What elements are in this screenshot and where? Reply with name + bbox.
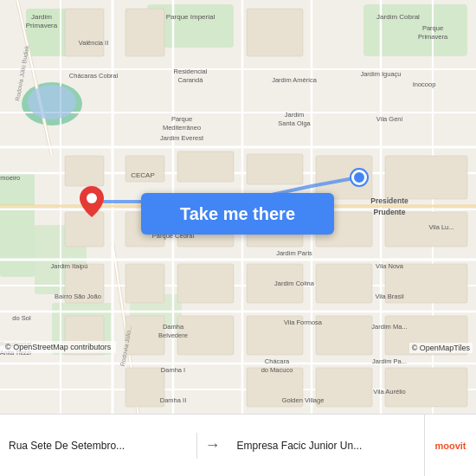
svg-text:Jardim Pa...: Jardim Pa... xyxy=(372,357,407,365)
svg-rect-41 xyxy=(385,212,467,247)
svg-rect-45 xyxy=(316,264,372,303)
moovit-logo: moovit xyxy=(424,415,476,476)
svg-text:Primavera: Primavera xyxy=(26,22,58,29)
arrow-icon: → xyxy=(197,436,228,454)
route-to-value: Empresa Facic Junior Un... xyxy=(237,440,416,452)
svg-rect-56 xyxy=(125,368,164,407)
svg-text:Damha I: Damha I xyxy=(161,366,185,374)
svg-text:Vila Geni: Vila Geni xyxy=(376,115,403,123)
svg-rect-3 xyxy=(363,4,467,56)
svg-text:Presidente: Presidente xyxy=(370,196,408,205)
svg-text:Residencial: Residencial xyxy=(174,68,208,75)
svg-text:Jardim: Jardim xyxy=(285,111,305,119)
svg-text:Jardim Itaipú: Jardim Itaipú xyxy=(51,262,88,270)
moovit-brand-text: moovit xyxy=(434,441,466,451)
svg-rect-34 xyxy=(247,154,303,184)
svg-text:Parque Imperial: Parque Imperial xyxy=(166,13,215,21)
svg-rect-58 xyxy=(316,368,372,407)
svg-text:Golden Village: Golden Village xyxy=(282,396,325,404)
svg-text:Jardim Ma...: Jardim Ma... xyxy=(371,323,407,331)
svg-point-110 xyxy=(28,85,76,119)
svg-text:Damha: Damha xyxy=(163,323,184,331)
svg-text:Jardim Iguaçu: Jardim Iguaçu xyxy=(360,70,401,78)
route-to: Empresa Facic Junior Un... xyxy=(228,433,425,459)
blue-dot-marker xyxy=(351,170,367,185)
svg-rect-42 xyxy=(125,264,164,303)
svg-text:Vila Formosa: Vila Formosa xyxy=(284,318,323,326)
svg-text:Mediterrâneo: Mediterrâneo xyxy=(163,124,201,132)
svg-text:Jardim América: Jardim América xyxy=(272,76,318,84)
svg-rect-43 xyxy=(177,264,234,303)
osm-attribution: © OpenStreetMap contributors xyxy=(0,341,116,353)
svg-rect-60 xyxy=(65,9,104,56)
bottom-bar: Rua Sete De Setembro... → Empresa Facic … xyxy=(0,414,476,476)
svg-text:Primavera: Primavera xyxy=(418,33,448,41)
svg-text:Vila Nova: Vila Nova xyxy=(376,262,404,270)
route-from: Rua Sete De Setembro... xyxy=(0,433,197,459)
red-pin-marker xyxy=(80,186,104,217)
omt-attribution: © OpenMapTiles xyxy=(409,343,473,353)
svg-text:Chácara: Chácara xyxy=(265,357,290,365)
route-from-value: Rua Sete De Setembro... xyxy=(9,440,188,452)
svg-text:Santa Olga: Santa Olga xyxy=(278,119,311,127)
svg-text:Vila Aurélio: Vila Aurélio xyxy=(373,388,405,396)
svg-text:Vila Lu...: Vila Lu... xyxy=(428,223,453,231)
svg-text:Valência II: Valência II xyxy=(79,39,108,47)
take-me-there-button[interactable]: Take me there xyxy=(141,193,334,235)
svg-text:Prudente: Prudente xyxy=(374,208,406,216)
svg-text:Jardim Everest: Jardim Everest xyxy=(160,134,204,142)
svg-text:Parque: Parque xyxy=(422,24,443,32)
svg-text:CECAP: CECAP xyxy=(131,171,155,179)
svg-text:Chácaras Cobral: Chácaras Cobral xyxy=(69,72,119,80)
map-container: Jardim Primavera Valência II Chácaras Co… xyxy=(0,0,476,415)
svg-point-111 xyxy=(87,193,97,203)
svg-text:Inocoop: Inocoop xyxy=(413,80,436,88)
svg-rect-4 xyxy=(0,173,35,277)
svg-rect-49 xyxy=(65,156,104,186)
svg-text:Carandá: Carandá xyxy=(178,76,204,84)
svg-text:Jardim Colina: Jardim Colina xyxy=(274,280,315,287)
svg-text:Belvedere: Belvedere xyxy=(158,331,188,339)
svg-text:do Macuco: do Macuco xyxy=(261,366,293,374)
svg-text:do Sol: do Sol xyxy=(12,314,31,322)
svg-text:Jardim: Jardim xyxy=(31,13,52,21)
svg-rect-33 xyxy=(177,151,234,182)
svg-rect-61 xyxy=(125,9,164,56)
svg-rect-62 xyxy=(247,9,303,56)
svg-text:Vila Brasil: Vila Brasil xyxy=(375,293,404,300)
svg-text:Jardim Paris: Jardim Paris xyxy=(276,249,312,257)
svg-text:Parque: Parque xyxy=(171,115,192,123)
svg-text:imoeiro: imoeiro xyxy=(0,174,20,182)
svg-rect-40 xyxy=(385,156,467,199)
svg-text:Jardim Cobral: Jardim Cobral xyxy=(376,13,420,21)
svg-rect-53 xyxy=(316,316,372,355)
svg-text:Bairro São João: Bairro São João xyxy=(55,293,101,300)
svg-text:Damha II: Damha II xyxy=(160,396,186,404)
